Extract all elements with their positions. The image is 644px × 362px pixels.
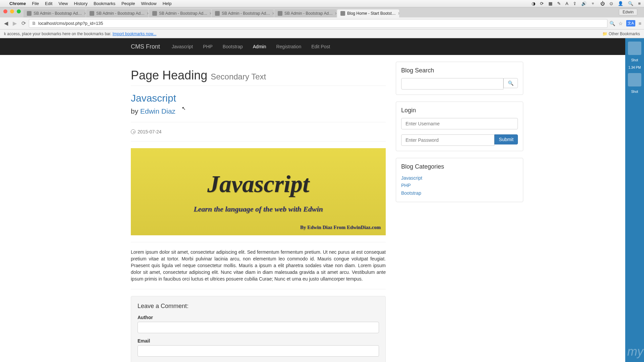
tab-title: SB Admin - Bootstrap Ad… (96, 11, 145, 16)
password-input[interactable] (401, 134, 494, 146)
tab-title: SB Admin - Bootstrap Ad… (34, 11, 82, 16)
status-icon[interactable]: ▦ (548, 1, 552, 6)
nav-link-php[interactable]: PHP (198, 38, 218, 55)
favicon-icon (215, 11, 220, 16)
category-link[interactable]: Javascript (401, 175, 422, 181)
chrome-toolbar: ◀ ▶ ⟳ 🗎 localhost/cms/post.php?p_id=135 … (0, 17, 644, 29)
favicon-icon (152, 11, 157, 16)
watermark-text: my (627, 345, 643, 359)
comment-author-input[interactable] (138, 322, 379, 333)
import-bookmarks-link[interactable]: Import bookmarks now... (113, 32, 157, 36)
blog-search-heading: Blog Search (401, 67, 518, 74)
translate-icon[interactable]: 文A (626, 20, 635, 26)
tab-close-icon[interactable]: ✕ (398, 11, 399, 16)
desktop-file-icon[interactable] (628, 42, 641, 55)
post-image-title: Javascript (207, 170, 309, 198)
menu-view[interactable]: View (58, 1, 68, 6)
address-bar[interactable]: 🗎 localhost/cms/post.php?p_id=135 (29, 19, 607, 28)
post-author-link[interactable]: Edwin Diaz (140, 107, 175, 115)
post-image-subtitle: Learn the language of the web with Edwin (194, 205, 323, 214)
menu-file[interactable]: File (32, 1, 39, 6)
clock-icon (131, 129, 136, 134)
window-minimize-button[interactable] (10, 9, 14, 13)
zoom-icon[interactable]: 🔍 (609, 21, 615, 26)
blog-search-button[interactable]: 🔍 (503, 78, 518, 88)
window-zoom-button[interactable] (17, 9, 21, 13)
menu-icon[interactable]: ≡ (638, 1, 641, 6)
browser-tab[interactable]: SB Admin - Bootstrap Ad…✕ (212, 9, 274, 17)
menubar-app[interactable]: Chrome (9, 1, 26, 6)
spotlight-icon[interactable]: 🔍 (628, 1, 633, 6)
browser-tab-active[interactable]: Blog Home - Start Bootst…✕ (337, 9, 399, 17)
reload-button[interactable]: ⟳ (20, 20, 27, 26)
login-submit-button[interactable]: Submit (494, 134, 518, 144)
divider (131, 141, 386, 141)
divider (131, 242, 386, 242)
status-icon[interactable]: ⟳ (540, 1, 544, 6)
url-text: localhost/cms/post.php?p_id=135 (38, 21, 103, 26)
categories-panel: Blog Categories Javascript PHP Bootstrap (396, 158, 523, 202)
window-close-button[interactable] (3, 9, 7, 13)
blog-search-panel: Blog Search 🔍 (396, 62, 523, 95)
mac-menubar: Chrome File Edit View History Bookmarks … (0, 0, 644, 7)
tab-close-icon[interactable]: ✕ (272, 11, 274, 16)
comment-email-input[interactable] (138, 345, 379, 357)
chrome-profile-button[interactable]: Edwin (619, 9, 637, 15)
menu-history[interactable]: History (74, 1, 87, 6)
divider (131, 289, 386, 289)
tab-close-icon[interactable]: ✕ (209, 11, 211, 16)
favicon-icon (90, 11, 94, 16)
browser-tab[interactable]: SB Admin - Bootstrap Ad…✕ (274, 9, 336, 17)
search-icon: 🔍 (508, 80, 514, 86)
page-icon: 🗎 (32, 21, 36, 26)
mouse-cursor-icon: ↖ (182, 106, 186, 111)
status-icon[interactable]: ⏻ (600, 1, 605, 6)
status-icon[interactable]: ◑ (532, 1, 535, 6)
tab-close-icon[interactable]: ✕ (147, 11, 148, 16)
menu-window[interactable]: Window (141, 1, 156, 6)
favicon-icon (27, 11, 32, 16)
nav-link-registration[interactable]: Registration (271, 38, 306, 55)
volume-icon[interactable]: 🔊 (581, 1, 587, 6)
tab-close-icon[interactable]: ✕ (335, 11, 336, 16)
folder-icon: 📁 (602, 32, 607, 36)
tab-title: SB Admin - Bootstrap Ad… (222, 11, 270, 16)
tab-title: Blog Home - Start Bootst… (347, 11, 396, 16)
browser-tab[interactable]: SB Admin - Bootstrap Ad…✕ (149, 9, 211, 17)
post-date-text: 2015-07-24 (138, 129, 162, 134)
status-icon[interactable]: ✎ (557, 1, 561, 6)
forward-button[interactable]: ▶ (11, 20, 18, 26)
page-header: Page Heading Secondary Text (131, 68, 386, 86)
menu-people[interactable]: People (121, 1, 135, 6)
menu-help[interactable]: Help (163, 1, 172, 6)
browser-tab[interactable]: SB Admin - Bootstrap Ad…✕ (23, 9, 86, 17)
category-link[interactable]: PHP (401, 183, 411, 188)
menu-icon[interactable]: ≡ (639, 21, 641, 26)
back-button[interactable]: ◀ (3, 20, 9, 26)
bookmark-star-icon[interactable]: ☆ (619, 21, 623, 26)
tab-close-icon[interactable]: ✕ (84, 11, 86, 16)
navbar-brand[interactable]: CMS Front (131, 43, 160, 50)
desktop-file-icon[interactable] (628, 73, 641, 86)
nav-link-bootstrap[interactable]: Bootstrap (218, 38, 248, 55)
other-bookmarks-button[interactable]: Other Bookmarks (609, 32, 640, 36)
menu-bookmarks[interactable]: Bookmarks (94, 1, 115, 6)
window-controls (3, 9, 21, 13)
nav-link-edit-post[interactable]: Edit Post (306, 38, 335, 55)
status-icon[interactable]: ⇪ (573, 1, 577, 6)
category-link[interactable]: Bootstrap (401, 190, 421, 196)
tab-title: SB Admin - Bootstrap Ad… (159, 11, 207, 16)
blog-search-input[interactable] (401, 78, 503, 89)
status-icon[interactable]: ⊙ (609, 1, 613, 6)
post-title-link[interactable]: Javascript (131, 93, 176, 104)
browser-tab[interactable]: SB Admin - Bootstrap Ad…✕ (86, 9, 148, 17)
menu-edit[interactable]: Edit (45, 1, 52, 6)
status-icon[interactable]: A (566, 1, 569, 6)
desktop-file-label: Shot (631, 58, 638, 62)
user-icon[interactable]: 👤 (618, 1, 623, 6)
divider (131, 122, 386, 122)
nav-link-javascript[interactable]: Javascript (167, 38, 198, 55)
username-input[interactable] (401, 118, 518, 129)
wifi-icon[interactable]: ᯤ (591, 1, 596, 6)
nav-link-admin[interactable]: Admin (248, 38, 271, 55)
